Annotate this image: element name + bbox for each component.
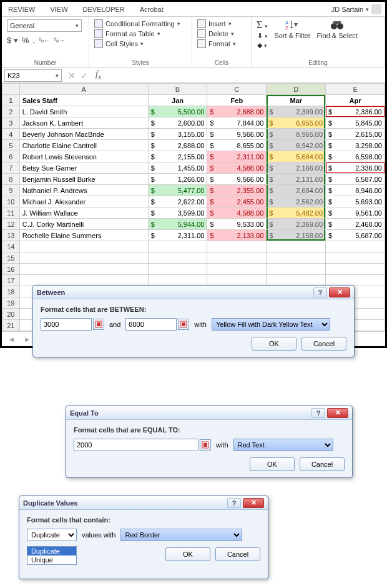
row-header[interactable]: 4 bbox=[2, 129, 20, 140]
cell[interactable]: $8,942.00 bbox=[267, 140, 326, 151]
cell[interactable]: L. David Smith bbox=[19, 106, 148, 117]
ok-button[interactable]: OK bbox=[250, 457, 295, 471]
cell[interactable]: $6,598.00 bbox=[326, 151, 385, 162]
cell[interactable]: $7,844.00 bbox=[207, 117, 267, 129]
cell[interactable]: $2,336.00 bbox=[326, 106, 385, 117]
cell[interactable]: Jackson K. Lambert bbox=[19, 117, 148, 129]
col-header-e[interactable]: E bbox=[326, 84, 385, 95]
range-picker-icon[interactable] bbox=[200, 439, 211, 451]
cell[interactable]: $6,955.00 bbox=[267, 117, 326, 129]
duplicate-options-list[interactable]: Duplicate Unique bbox=[27, 546, 77, 565]
cell[interactable]: $2,155.00 bbox=[148, 151, 207, 162]
cell[interactable]: $8,965.00 bbox=[267, 129, 326, 140]
fill-button[interactable]: ⬇ ▾ bbox=[257, 32, 268, 40]
cancel-button[interactable]: Cancel bbox=[301, 337, 346, 351]
ok-button[interactable]: OK bbox=[252, 337, 296, 351]
list-item[interactable]: Duplicate bbox=[27, 547, 76, 556]
cell[interactable]: $4,588.00 bbox=[207, 162, 267, 174]
cell[interactable]: $3,155.00 bbox=[148, 129, 207, 140]
help-button[interactable]: ? bbox=[311, 408, 325, 418]
cell[interactable]: $2,336.00 bbox=[326, 162, 385, 174]
row-header[interactable]: 3 bbox=[2, 117, 20, 129]
row-header[interactable]: 16 bbox=[2, 264, 20, 275]
col-header-c[interactable]: C bbox=[207, 84, 267, 95]
cell[interactable]: Charlotte Elaine Cantrell bbox=[19, 140, 148, 151]
row-header[interactable]: 12 bbox=[2, 219, 20, 230]
cell[interactable]: $9,561.00 bbox=[326, 207, 385, 219]
format-dropdown[interactable]: Yellow Fill with Dark Yellow Text bbox=[212, 318, 330, 331]
close-button[interactable]: ✕ bbox=[243, 498, 264, 508]
cell[interactable]: $5,684.00 bbox=[267, 151, 326, 162]
row-header[interactable]: 13 bbox=[2, 230, 20, 241]
cell[interactable]: $3,298.00 bbox=[326, 140, 385, 151]
cell[interactable]: $9,566.00 bbox=[207, 129, 267, 140]
row-header[interactable]: 9 bbox=[2, 185, 20, 196]
insert-cells-button[interactable]: Insert ▾ bbox=[197, 19, 246, 28]
cell[interactable]: $4,588.00 bbox=[207, 207, 267, 219]
cell[interactable]: Nathaniel P. Andrews bbox=[19, 185, 148, 196]
ribbon-tab-developer[interactable]: DEVELOPER bbox=[81, 3, 127, 16]
cell[interactable]: Michael J. Alexander bbox=[19, 196, 148, 207]
cell[interactable]: $9,533.00 bbox=[207, 219, 267, 230]
col-header-b[interactable]: B bbox=[148, 84, 207, 95]
increase-decimal-button[interactable]: ⁰₀← bbox=[39, 37, 50, 44]
help-button[interactable]: ? bbox=[227, 498, 241, 508]
between-lower-input[interactable] bbox=[41, 318, 92, 331]
currency-button[interactable]: $ ▾ bbox=[7, 36, 18, 45]
cell[interactable]: $8,948.00 bbox=[326, 185, 385, 196]
row-header[interactable]: 11 bbox=[2, 207, 20, 219]
cancel-button[interactable]: Cancel bbox=[215, 547, 260, 561]
format-dropdown[interactable]: Red Text bbox=[233, 439, 333, 451]
cell[interactable]: $5,687.00 bbox=[326, 230, 385, 241]
cell[interactable]: $6,587.00 bbox=[326, 174, 385, 185]
cell[interactable]: $2,600.00 bbox=[148, 117, 207, 129]
decrease-decimal-button[interactable]: ⁰₀→ bbox=[54, 37, 65, 44]
fx-icon[interactable]: fx bbox=[92, 69, 105, 81]
row-header[interactable]: 8 bbox=[2, 174, 20, 185]
sheet-nav-next[interactable]: ► bbox=[21, 336, 33, 343]
col-header-a[interactable]: A bbox=[19, 84, 148, 95]
sheet-nav-prev[interactable]: ◄ bbox=[6, 336, 17, 343]
select-all-corner[interactable] bbox=[2, 84, 20, 95]
user-menu[interactable]: JD Sartain ▾ bbox=[331, 4, 381, 14]
cell[interactable]: Sales Staff bbox=[19, 95, 148, 106]
row-header[interactable]: 15 bbox=[2, 252, 20, 264]
cancel-formula-icon[interactable]: ✕ bbox=[68, 71, 76, 81]
cell[interactable]: $2,369.00 bbox=[267, 219, 326, 230]
cell[interactable]: $1,455.00 bbox=[148, 162, 207, 174]
cell[interactable]: $2,131.00 bbox=[267, 174, 326, 185]
cell[interactable]: $2,355.00 bbox=[207, 185, 267, 196]
row-header[interactable]: 10 bbox=[2, 196, 20, 207]
cell[interactable]: Benjamin Russell Burke bbox=[19, 174, 148, 185]
row-header[interactable]: 2 bbox=[2, 106, 20, 117]
number-format-dropdown[interactable]: General▾ bbox=[7, 19, 82, 32]
cell[interactable]: $2,615.00 bbox=[326, 129, 385, 140]
row-header[interactable]: 21 bbox=[2, 320, 20, 331]
percent-button[interactable]: % bbox=[22, 36, 29, 45]
cell[interactable]: $5,477.00 bbox=[148, 185, 207, 196]
col-header-d[interactable]: D bbox=[267, 84, 326, 95]
range-picker-icon[interactable] bbox=[93, 319, 104, 330]
cell[interactable]: Robert Lewis Stevenson bbox=[19, 151, 148, 162]
cell[interactable]: $2,688.00 bbox=[207, 106, 267, 117]
list-item[interactable]: Unique bbox=[27, 556, 76, 564]
equal-value-input[interactable] bbox=[74, 439, 198, 451]
cell[interactable]: Betsy Sue Garner bbox=[19, 162, 148, 174]
between-upper-input[interactable] bbox=[125, 318, 177, 331]
cell[interactable]: $8,655.00 bbox=[207, 140, 267, 151]
autosum-button[interactable]: Σ ▾ bbox=[257, 19, 268, 31]
delete-cells-button[interactable]: Delete ▾ bbox=[197, 29, 246, 38]
cell[interactable]: $5,693.00 bbox=[326, 196, 385, 207]
cell[interactable]: $2,158.00 bbox=[267, 230, 326, 241]
cell[interactable]: $9,566.00 bbox=[207, 174, 267, 185]
row-header[interactable]: 19 bbox=[2, 297, 20, 309]
cell[interactable]: Beverly Johnson MacBride bbox=[19, 129, 148, 140]
cell[interactable]: $2,311.00 bbox=[148, 230, 207, 241]
ribbon-tab-view[interactable]: VIEW bbox=[47, 3, 70, 16]
cell[interactable]: $2,622.00 bbox=[148, 196, 207, 207]
duplicate-type-dropdown[interactable]: Duplicate bbox=[27, 529, 77, 541]
cell[interactable]: $5,500.00 bbox=[148, 106, 207, 117]
cell[interactable]: $2,166.00 bbox=[267, 162, 326, 174]
cell[interactable]: $2,468.00 bbox=[326, 219, 385, 230]
name-box[interactable]: K23▾ bbox=[4, 69, 62, 82]
